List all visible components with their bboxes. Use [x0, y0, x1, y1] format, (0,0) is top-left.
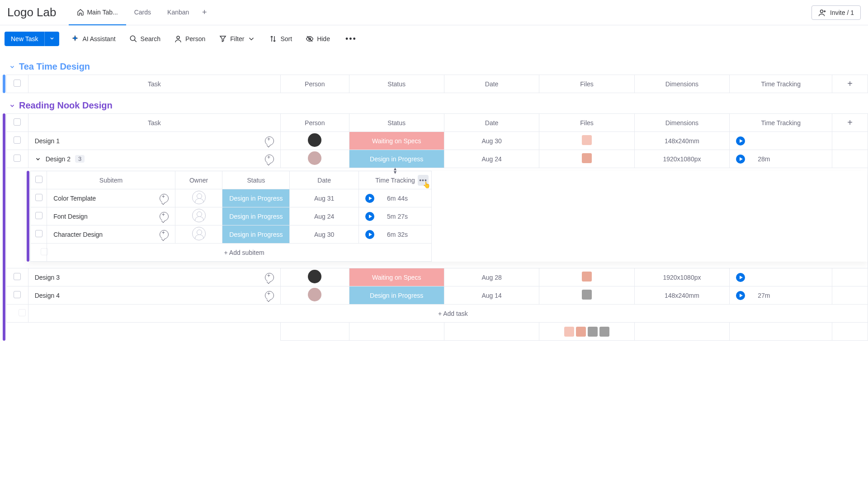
- select-all[interactable]: [7, 114, 28, 132]
- sort-handle-icon[interactable]: ▴▾: [394, 167, 396, 174]
- chat-icon[interactable]: [265, 136, 274, 145]
- owner-cell[interactable]: [175, 189, 222, 207]
- subitem-row[interactable]: Font Design Design in Progress Aug 24 5m…: [31, 207, 432, 225]
- chat-icon[interactable]: [265, 291, 274, 300]
- time-cell[interactable]: 6m 32s: [359, 225, 432, 244]
- row-checkbox[interactable]: [31, 207, 47, 225]
- invite-button[interactable]: Invite / 1: [811, 5, 861, 20]
- status-cell[interactable]: Design in Progress: [349, 150, 444, 168]
- group-header-reading[interactable]: Reading Nook Design: [0, 98, 868, 113]
- play-icon[interactable]: [365, 212, 374, 221]
- files-cell[interactable]: [539, 132, 634, 150]
- chat-icon[interactable]: [160, 194, 169, 203]
- new-task-button[interactable]: New Task: [5, 32, 59, 46]
- table-row[interactable]: Design 4 Design in Progress Aug 14 148x2…: [7, 286, 868, 305]
- table-row[interactable]: Design 1 Waiting on Specs Aug 30 148x240…: [7, 132, 868, 150]
- status-cell[interactable]: Design in Progress: [222, 225, 290, 244]
- add-column-button[interactable]: +: [832, 114, 868, 132]
- add-task-label[interactable]: + Add task: [28, 305, 868, 323]
- date-cell[interactable]: Aug 24: [444, 150, 539, 168]
- dimensions-cell[interactable]: 868x488px: [634, 150, 729, 168]
- col-owner[interactable]: Owner: [175, 171, 222, 189]
- row-checkbox[interactable]: [7, 132, 28, 150]
- new-task-dropdown[interactable]: [44, 32, 59, 46]
- play-icon[interactable]: [736, 136, 745, 145]
- play-icon[interactable]: [365, 230, 374, 239]
- dimensions-cell[interactable]: 148x240mm: [634, 286, 729, 305]
- play-icon[interactable]: [736, 155, 745, 164]
- play-icon[interactable]: [365, 194, 374, 203]
- col-person[interactable]: Person: [281, 75, 349, 93]
- add-column-button[interactable]: +: [832, 75, 868, 93]
- col-status[interactable]: Status: [222, 171, 290, 189]
- date-cell[interactable]: Aug 30: [444, 132, 539, 150]
- dimensions-cell[interactable]: 148x240mm: [634, 132, 729, 150]
- col-time-tracking[interactable]: Time Tracking: [730, 75, 832, 93]
- person-cell[interactable]: [281, 286, 349, 305]
- col-files[interactable]: Files: [539, 114, 634, 132]
- tab-kanban[interactable]: Kanban: [159, 0, 197, 25]
- subitem-name[interactable]: Font Design: [53, 213, 87, 220]
- subitem-name[interactable]: Character Design: [53, 231, 103, 238]
- time-cell[interactable]: 5m 27s: [359, 207, 432, 225]
- status-cell[interactable]: Design in Progress: [349, 286, 444, 305]
- col-date[interactable]: Date: [444, 75, 539, 93]
- status-cell[interactable]: Design in Progress: [222, 207, 290, 225]
- col-status[interactable]: Status: [349, 75, 444, 93]
- col-dimensions[interactable]: Dimensions: [634, 75, 729, 93]
- col-date[interactable]: Date: [290, 171, 359, 189]
- status-cell[interactable]: Design in Progress: [222, 189, 290, 207]
- add-subitem-row[interactable]: + Add subitem: [31, 244, 432, 262]
- chevron-down-icon[interactable]: [35, 156, 41, 162]
- row-checkbox[interactable]: [7, 150, 28, 168]
- task-name[interactable]: Design 4: [35, 292, 60, 299]
- chat-icon[interactable]: [265, 273, 274, 282]
- person-cell[interactable]: [281, 268, 349, 286]
- time-cell[interactable]: 6m 44s: [359, 189, 432, 207]
- col-task[interactable]: Task: [28, 75, 280, 93]
- toolbar-more-button[interactable]: •••: [342, 33, 360, 46]
- group-header-tea[interactable]: Tea Time Design: [0, 59, 868, 75]
- select-all[interactable]: [7, 75, 28, 93]
- search-button[interactable]: Search: [127, 32, 162, 46]
- person-cell[interactable]: [281, 150, 349, 168]
- table-row[interactable]: Design 2 3 Design in Progress Aug 24 192…: [7, 150, 868, 168]
- time-cell[interactable]: [730, 268, 832, 286]
- task-name[interactable]: Design 1: [35, 137, 60, 145]
- col-time-tracking[interactable]: ▴▾ Time Tracking ••• 👆: [359, 171, 432, 189]
- chat-icon[interactable]: [160, 212, 169, 221]
- person-filter-button[interactable]: Person: [172, 32, 207, 46]
- date-cell[interactable]: Aug 24: [290, 207, 359, 225]
- row-checkbox[interactable]: [31, 189, 47, 207]
- col-person[interactable]: Person: [281, 114, 349, 132]
- tab-main-table[interactable]: Main Tab...: [69, 0, 126, 25]
- subitem-row[interactable]: Character Design Design in Progress Aug …: [31, 225, 432, 244]
- files-cell[interactable]: [539, 286, 634, 305]
- status-cell[interactable]: Waiting on Specs: [349, 268, 444, 286]
- column-menu-button[interactable]: •••: [418, 175, 429, 186]
- col-time-tracking[interactable]: Time Tracking: [730, 114, 832, 132]
- dimensions-cell[interactable]: 868x488px: [634, 268, 729, 286]
- filter-button[interactable]: Filter: [217, 32, 257, 46]
- row-checkbox[interactable]: [7, 286, 28, 305]
- chat-icon[interactable]: [160, 230, 169, 239]
- col-status[interactable]: Status: [349, 114, 444, 132]
- time-cell[interactable]: [730, 132, 832, 150]
- sub-select-all[interactable]: [31, 171, 47, 189]
- sort-button[interactable]: Sort: [267, 32, 294, 46]
- col-files[interactable]: Files: [539, 75, 634, 93]
- add-view-button[interactable]: +: [197, 5, 212, 20]
- date-cell[interactable]: Aug 30: [290, 225, 359, 244]
- person-cell[interactable]: [281, 132, 349, 150]
- owner-cell[interactable]: [175, 207, 222, 225]
- date-cell[interactable]: Aug 31: [290, 189, 359, 207]
- owner-cell[interactable]: [175, 225, 222, 244]
- add-subitem-label[interactable]: + Add subitem: [47, 244, 432, 262]
- row-checkbox[interactable]: [31, 225, 47, 244]
- time-cell[interactable]: 28m: [730, 150, 832, 168]
- tab-cards[interactable]: Cards: [126, 0, 159, 25]
- date-cell[interactable]: Aug 28: [444, 268, 539, 286]
- task-name[interactable]: Design 2: [46, 155, 71, 163]
- table-row[interactable]: Design 3 Waiting on Specs Aug 28 1920x10…: [7, 268, 868, 286]
- add-task-row[interactable]: + Add task: [7, 305, 868, 323]
